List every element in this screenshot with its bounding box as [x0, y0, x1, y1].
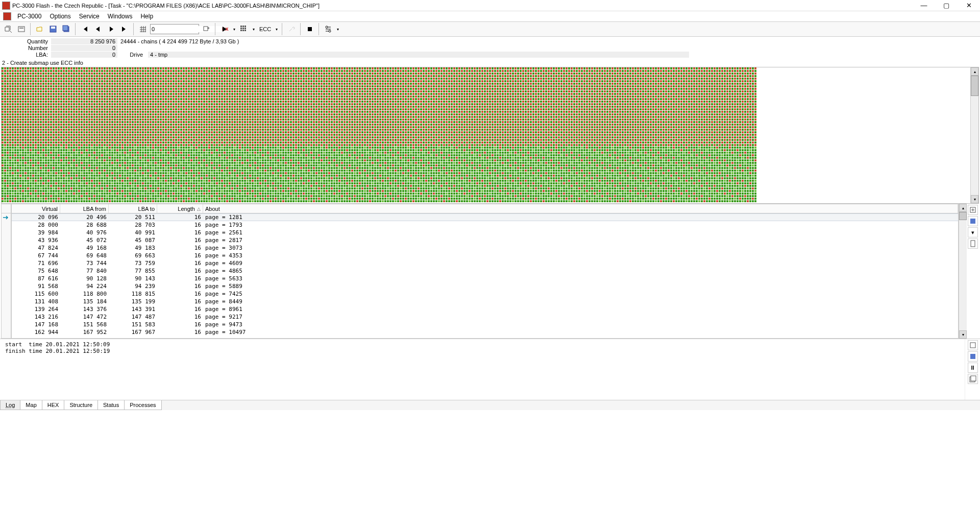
- tab-status[interactable]: Status: [97, 400, 125, 410]
- nav-last-button[interactable]: [118, 23, 131, 35]
- side-btn-export[interactable]: [968, 205, 978, 215]
- svg-rect-21: [971, 241, 975, 247]
- tool-open-button[interactable]: [34, 23, 46, 35]
- table-scroll-down[interactable]: ▾: [959, 330, 967, 339]
- menu-help[interactable]: Help: [136, 12, 157, 21]
- drive-value: 4 - tmp: [148, 52, 689, 58]
- settings-dropdown[interactable]: ▾: [335, 24, 340, 34]
- svg-rect-25: [971, 376, 976, 381]
- goto-button[interactable]: [200, 23, 212, 35]
- minimize-button[interactable]: —: [913, 0, 935, 11]
- window-title: PC-3000 Flash - the Czech Republic - [Ta…: [12, 3, 913, 9]
- table-row[interactable]: 75 64877 84077 85516page = 4865: [12, 267, 958, 275]
- menu-service[interactable]: Service: [75, 12, 104, 21]
- svg-rect-5: [63, 26, 68, 31]
- table-row[interactable]: 143 216147 472147 48716page = 9217: [12, 313, 958, 321]
- table-row[interactable]: 71 69673 74473 75916page = 4609: [12, 259, 958, 267]
- play-dropdown[interactable]: ▾: [232, 24, 237, 34]
- nav-prev-button[interactable]: [92, 23, 104, 35]
- table-row[interactable]: 131 408135 184135 19916page = 8449: [12, 298, 958, 305]
- col-about[interactable]: About: [203, 204, 958, 213]
- quantity-label: Quantity: [0, 38, 51, 44]
- tab-processes[interactable]: Processes: [124, 400, 161, 410]
- svg-rect-15: [244, 30, 246, 31]
- svg-rect-4: [64, 27, 69, 32]
- log-btn-4[interactable]: [968, 374, 978, 384]
- tab-map[interactable]: Map: [20, 400, 42, 410]
- table-row[interactable]: 43 93645 07245 08716page = 2817: [12, 236, 958, 244]
- table-row[interactable]: 67 74469 64869 66316page = 4353: [12, 252, 958, 259]
- table-row[interactable]: 147 168151 568151 58316page = 9473: [12, 321, 958, 328]
- table-row[interactable]: 139 264143 376143 39116page = 8961: [12, 305, 958, 313]
- tool-save-button[interactable]: [47, 23, 59, 35]
- side-btn-save[interactable]: [968, 216, 978, 226]
- quantity-value: 8 250 976: [51, 38, 117, 44]
- svg-rect-10: [240, 28, 242, 29]
- nav-first-button[interactable]: [79, 23, 91, 35]
- app-icon: [2, 2, 10, 10]
- block-map: ▴ ▾: [1, 67, 979, 204]
- play-button[interactable]: [218, 23, 231, 35]
- tab-structure[interactable]: Structure: [64, 400, 98, 410]
- col-virtual[interactable]: Virtual: [12, 204, 60, 213]
- tab-log[interactable]: Log: [0, 400, 20, 410]
- table-body[interactable]: 20 09620 49620 51116page = 128128 00028 …: [12, 213, 958, 338]
- svg-rect-0: [18, 27, 24, 32]
- table-row[interactable]: 115 600118 800118 81516page = 7425: [12, 290, 958, 298]
- grid-view-button[interactable]: [238, 23, 250, 35]
- tab-hex[interactable]: HEX: [42, 400, 65, 410]
- scroll-down-button[interactable]: ▾: [971, 195, 978, 203]
- table-scroll-up[interactable]: ▴: [959, 204, 967, 212]
- svg-rect-3: [51, 27, 55, 29]
- menu-bar: PC-3000 Options Service Windows Help: [0, 11, 980, 21]
- title-bar: PC-3000 Flash - the Czech Republic - [Ta…: [0, 0, 980, 11]
- table-row[interactable]: 39 98440 97640 99116page = 2561: [12, 229, 958, 236]
- table-row[interactable]: 162 944167 952167 96716page = 10497: [12, 328, 958, 336]
- log-btn-2[interactable]: [968, 351, 978, 362]
- menu-pc3000[interactable]: PC-3000: [13, 12, 45, 21]
- tool-saveall-button[interactable]: [60, 23, 72, 35]
- table-row[interactable]: 91 56894 22494 23916page = 5889: [12, 282, 958, 290]
- tool-btn-1[interactable]: [2, 23, 14, 35]
- map-grid[interactable]: [2, 67, 970, 203]
- menu-options[interactable]: Options: [45, 12, 75, 21]
- close-button[interactable]: ✕: [958, 0, 980, 11]
- svg-rect-13: [240, 30, 242, 31]
- svg-rect-9: [244, 26, 246, 27]
- side-btn-page[interactable]: [968, 238, 978, 249]
- log-side-tools: II: [965, 339, 980, 400]
- stop-button[interactable]: [304, 23, 316, 35]
- nav-next-button[interactable]: [105, 23, 117, 35]
- side-btn-copy[interactable]: ▾: [968, 227, 978, 237]
- table-row[interactable]: 87 61690 12890 14316page = 5633: [12, 275, 958, 282]
- grid-icon[interactable]: [137, 23, 149, 35]
- position-input[interactable]: DX: [150, 24, 199, 34]
- settings-button[interactable]: [322, 23, 334, 35]
- col-lba-from[interactable]: LBA from: [60, 204, 109, 213]
- tool-btn-2[interactable]: [15, 23, 28, 35]
- sort-asc-icon: △: [197, 206, 201, 211]
- svg-rect-24: [970, 377, 975, 382]
- tools-button[interactable]: [285, 23, 298, 35]
- table-row[interactable]: 20 09620 49620 51116page = 1281: [12, 213, 958, 221]
- svg-rect-14: [242, 30, 244, 31]
- result-table-area: Virtual LBA from LBA to Length△ About 20…: [1, 204, 979, 339]
- log-pause-button[interactable]: II: [968, 363, 978, 373]
- table-row[interactable]: 47 82449 16849 18316page = 3073: [12, 244, 958, 252]
- svg-rect-16: [308, 27, 312, 31]
- table-row[interactable]: 28 00028 68828 70316page = 1793: [12, 221, 958, 229]
- grid-dropdown[interactable]: ▾: [251, 24, 256, 34]
- svg-rect-19: [970, 207, 975, 212]
- log-btn-1[interactable]: [968, 340, 978, 350]
- maximize-button[interactable]: ▢: [935, 0, 958, 11]
- svg-rect-23: [970, 354, 975, 359]
- scroll-up-button[interactable]: ▴: [971, 67, 978, 76]
- svg-point-17: [326, 26, 328, 28]
- ecc-dropdown[interactable]: ▾: [274, 24, 279, 34]
- map-scrollbar[interactable]: ▴ ▾: [970, 67, 978, 203]
- col-length[interactable]: Length△: [157, 204, 203, 213]
- svg-rect-12: [244, 28, 246, 29]
- col-lba-to[interactable]: LBA to: [109, 204, 157, 213]
- table-scrollbar[interactable]: ▴ ▾: [959, 204, 967, 339]
- menu-windows[interactable]: Windows: [104, 12, 137, 21]
